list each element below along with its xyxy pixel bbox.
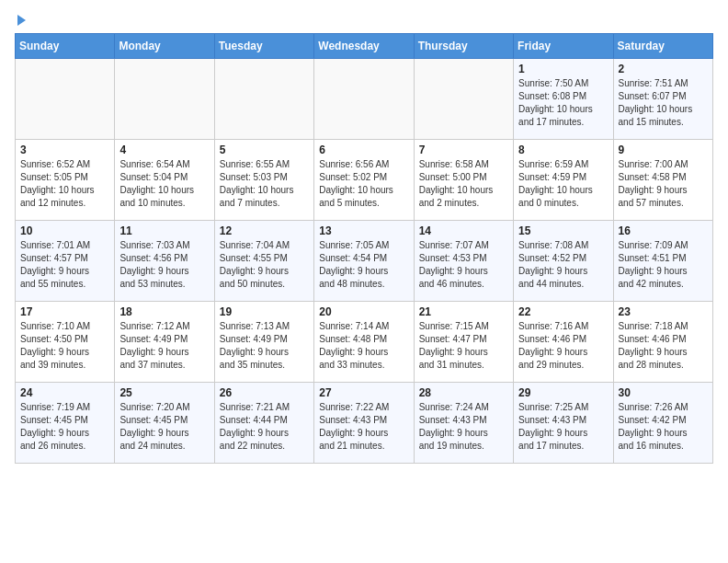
- calendar-cell: [214, 59, 313, 140]
- page-header: [15, 15, 713, 26]
- day-number: 12: [220, 224, 309, 237]
- calendar-week-row: 17Sunrise: 7:10 AM Sunset: 4:50 PM Dayli…: [16, 302, 713, 383]
- weekday-header-saturday: Saturday: [613, 34, 712, 59]
- day-number: 18: [119, 305, 209, 318]
- day-info: Sunrise: 7:50 AM Sunset: 6:08 PM Dayligh…: [518, 77, 608, 129]
- calendar-cell: 30Sunrise: 7:26 AM Sunset: 4:42 PM Dayli…: [613, 383, 712, 464]
- day-info: Sunrise: 7:08 AM Sunset: 4:52 PM Dayligh…: [518, 239, 608, 291]
- day-number: 7: [419, 144, 508, 156]
- day-number: 26: [220, 386, 309, 399]
- day-info: Sunrise: 7:00 AM Sunset: 4:58 PM Dayligh…: [619, 158, 708, 210]
- calendar-cell: 26Sunrise: 7:21 AM Sunset: 4:44 PM Dayli…: [214, 383, 313, 464]
- day-number: 4: [119, 144, 209, 156]
- calendar-week-row: 10Sunrise: 7:01 AM Sunset: 4:57 PM Dayli…: [16, 221, 713, 302]
- day-number: 28: [419, 386, 508, 399]
- calendar-cell: 1Sunrise: 7:50 AM Sunset: 6:08 PM Daylig…: [514, 59, 613, 140]
- calendar-week-row: 24Sunrise: 7:19 AM Sunset: 4:45 PM Dayli…: [16, 383, 713, 464]
- calendar-cell: 17Sunrise: 7:10 AM Sunset: 4:50 PM Dayli…: [16, 302, 115, 383]
- day-info: Sunrise: 7:04 AM Sunset: 4:55 PM Dayligh…: [220, 239, 309, 291]
- day-info: Sunrise: 7:22 AM Sunset: 4:43 PM Dayligh…: [319, 401, 408, 453]
- day-number: 17: [20, 305, 109, 318]
- day-info: Sunrise: 7:20 AM Sunset: 4:45 PM Dayligh…: [119, 401, 209, 453]
- calendar-cell: 2Sunrise: 7:51 AM Sunset: 6:07 PM Daylig…: [613, 59, 712, 140]
- calendar-cell: [115, 59, 214, 140]
- weekday-header-thursday: Thursday: [414, 34, 513, 59]
- calendar-cell: 22Sunrise: 7:16 AM Sunset: 4:46 PM Dayli…: [514, 302, 613, 383]
- day-info: Sunrise: 7:07 AM Sunset: 4:53 PM Dayligh…: [419, 239, 508, 291]
- calendar-cell: 12Sunrise: 7:04 AM Sunset: 4:55 PM Dayli…: [214, 221, 313, 302]
- day-info: Sunrise: 7:19 AM Sunset: 4:45 PM Dayligh…: [20, 401, 109, 453]
- day-number: 23: [619, 305, 708, 318]
- logo: [15, 15, 26, 26]
- calendar-cell: 28Sunrise: 7:24 AM Sunset: 4:43 PM Dayli…: [414, 383, 513, 464]
- day-number: 8: [518, 144, 608, 156]
- calendar-cell: 10Sunrise: 7:01 AM Sunset: 4:57 PM Dayli…: [16, 221, 115, 302]
- day-number: 5: [220, 144, 309, 156]
- day-info: Sunrise: 7:10 AM Sunset: 4:50 PM Dayligh…: [20, 320, 109, 372]
- day-info: Sunrise: 7:21 AM Sunset: 4:44 PM Dayligh…: [220, 401, 309, 453]
- calendar-cell: 4Sunrise: 6:54 AM Sunset: 5:04 PM Daylig…: [115, 140, 214, 221]
- day-info: Sunrise: 6:52 AM Sunset: 5:05 PM Dayligh…: [20, 158, 109, 210]
- day-info: Sunrise: 7:15 AM Sunset: 4:47 PM Dayligh…: [419, 320, 508, 372]
- day-info: Sunrise: 7:14 AM Sunset: 4:48 PM Dayligh…: [319, 320, 408, 372]
- weekday-header-sunday: Sunday: [16, 34, 115, 59]
- day-number: 25: [119, 386, 209, 399]
- calendar-cell: 6Sunrise: 6:56 AM Sunset: 5:02 PM Daylig…: [314, 140, 414, 221]
- calendar-cell: [16, 59, 115, 140]
- day-info: Sunrise: 7:25 AM Sunset: 4:43 PM Dayligh…: [518, 401, 608, 453]
- day-number: 22: [518, 305, 608, 318]
- day-number: 13: [319, 224, 408, 237]
- day-number: 14: [419, 224, 508, 237]
- weekday-header-friday: Friday: [514, 34, 613, 59]
- day-info: Sunrise: 7:18 AM Sunset: 4:46 PM Dayligh…: [619, 320, 708, 372]
- day-info: Sunrise: 7:03 AM Sunset: 4:56 PM Dayligh…: [119, 239, 209, 291]
- weekday-header-wednesday: Wednesday: [314, 34, 414, 59]
- calendar-cell: 11Sunrise: 7:03 AM Sunset: 4:56 PM Dayli…: [115, 221, 214, 302]
- day-number: 21: [419, 305, 508, 318]
- calendar-cell: 9Sunrise: 7:00 AM Sunset: 4:58 PM Daylig…: [613, 140, 712, 221]
- logo-arrow-icon: [17, 15, 26, 26]
- day-info: Sunrise: 6:58 AM Sunset: 5:00 PM Dayligh…: [419, 158, 508, 210]
- day-number: 24: [20, 386, 109, 399]
- day-info: Sunrise: 7:05 AM Sunset: 4:54 PM Dayligh…: [319, 239, 408, 291]
- day-info: Sunrise: 6:59 AM Sunset: 4:59 PM Dayligh…: [518, 158, 608, 210]
- calendar-cell: 8Sunrise: 6:59 AM Sunset: 4:59 PM Daylig…: [514, 140, 613, 221]
- day-number: 2: [619, 63, 708, 75]
- day-info: Sunrise: 7:26 AM Sunset: 4:42 PM Dayligh…: [619, 401, 708, 453]
- calendar-cell: 29Sunrise: 7:25 AM Sunset: 4:43 PM Dayli…: [514, 383, 613, 464]
- calendar-week-row: 3Sunrise: 6:52 AM Sunset: 5:05 PM Daylig…: [16, 140, 713, 221]
- weekday-header-tuesday: Tuesday: [214, 34, 313, 59]
- calendar-cell: [314, 59, 414, 140]
- day-number: 29: [518, 386, 608, 399]
- day-number: 10: [20, 224, 109, 237]
- day-number: 11: [119, 224, 209, 237]
- day-info: Sunrise: 6:54 AM Sunset: 5:04 PM Dayligh…: [119, 158, 209, 210]
- calendar-cell: 20Sunrise: 7:14 AM Sunset: 4:48 PM Dayli…: [314, 302, 414, 383]
- day-number: 1: [518, 63, 608, 75]
- calendar-cell: 15Sunrise: 7:08 AM Sunset: 4:52 PM Dayli…: [514, 221, 613, 302]
- day-number: 19: [220, 305, 309, 318]
- day-info: Sunrise: 7:51 AM Sunset: 6:07 PM Dayligh…: [619, 77, 708, 129]
- day-number: 16: [619, 224, 708, 237]
- calendar-cell: 16Sunrise: 7:09 AM Sunset: 4:51 PM Dayli…: [613, 221, 712, 302]
- day-number: 30: [619, 386, 708, 399]
- day-info: Sunrise: 7:09 AM Sunset: 4:51 PM Dayligh…: [619, 239, 708, 291]
- day-number: 15: [518, 224, 608, 237]
- calendar-cell: 7Sunrise: 6:58 AM Sunset: 5:00 PM Daylig…: [414, 140, 513, 221]
- calendar-cell: [414, 59, 513, 140]
- day-number: 6: [319, 144, 408, 156]
- day-info: Sunrise: 7:16 AM Sunset: 4:46 PM Dayligh…: [518, 320, 608, 372]
- calendar-cell: 23Sunrise: 7:18 AM Sunset: 4:46 PM Dayli…: [613, 302, 712, 383]
- day-info: Sunrise: 6:55 AM Sunset: 5:03 PM Dayligh…: [220, 158, 309, 210]
- calendar-cell: 3Sunrise: 6:52 AM Sunset: 5:05 PM Daylig…: [16, 140, 115, 221]
- day-number: 27: [319, 386, 408, 399]
- calendar-cell: 18Sunrise: 7:12 AM Sunset: 4:49 PM Dayli…: [115, 302, 214, 383]
- calendar-table: SundayMondayTuesdayWednesdayThursdayFrid…: [15, 33, 713, 464]
- day-number: 3: [20, 144, 109, 156]
- calendar-week-row: 1Sunrise: 7:50 AM Sunset: 6:08 PM Daylig…: [16, 59, 713, 140]
- day-number: 9: [619, 144, 708, 156]
- calendar-cell: 25Sunrise: 7:20 AM Sunset: 4:45 PM Dayli…: [115, 383, 214, 464]
- calendar-cell: 27Sunrise: 7:22 AM Sunset: 4:43 PM Dayli…: [314, 383, 414, 464]
- day-info: Sunrise: 7:24 AM Sunset: 4:43 PM Dayligh…: [419, 401, 508, 453]
- weekday-header-monday: Monday: [115, 34, 214, 59]
